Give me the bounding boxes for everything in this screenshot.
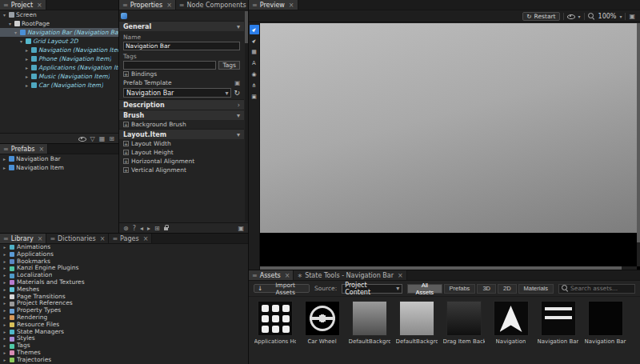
background-brush-row[interactable]: + Background Brush bbox=[119, 120, 244, 129]
library-item[interactable]: ▸ Resource Files bbox=[0, 322, 248, 329]
close-icon[interactable]: × bbox=[38, 235, 43, 242]
pin-icon[interactable]: ⊞ bbox=[154, 225, 160, 232]
twisty-icon[interactable]: ▸ bbox=[2, 357, 7, 364]
search-input[interactable] bbox=[570, 285, 632, 292]
tab-preview[interactable]: ≡ Preview × bbox=[249, 0, 298, 10]
filter-button[interactable]: Materials bbox=[518, 284, 554, 294]
library-tab[interactable]: ≡ Dictionaries × bbox=[46, 234, 109, 243]
layout-prop-row[interactable]: + Layout Width bbox=[119, 139, 244, 148]
close-icon[interactable]: × bbox=[398, 272, 403, 279]
add-property-icon[interactable]: + bbox=[123, 167, 129, 173]
help-icon[interactable]: ? bbox=[133, 225, 136, 232]
library-item[interactable]: ▸ Applications bbox=[0, 251, 248, 258]
section-general[interactable]: General ▾ bbox=[119, 21, 244, 31]
text-tool[interactable]: A bbox=[250, 58, 259, 68]
library-item[interactable]: ▸ Meshes bbox=[0, 286, 248, 294]
asset-tile[interactable]: Navigation bbox=[491, 301, 530, 345]
twisty-icon[interactable]: ▸ bbox=[2, 300, 7, 307]
asset-tile[interactable]: DefaultBackgrou... bbox=[397, 301, 436, 345]
section-description[interactable]: Description › bbox=[119, 99, 244, 110]
twisty-icon[interactable]: ▸ bbox=[2, 265, 7, 272]
twisty-icon[interactable]: ▸ bbox=[2, 244, 7, 251]
tags-button[interactable]: Tags bbox=[218, 61, 240, 70]
section-layout-item[interactable]: Layout.Item ▾ bbox=[119, 129, 244, 139]
twisty-icon[interactable]: ▸ bbox=[2, 342, 7, 350]
tags-input[interactable] bbox=[123, 61, 216, 70]
twisty-icon[interactable]: ▸ bbox=[2, 272, 7, 279]
close-icon[interactable]: × bbox=[289, 2, 294, 9]
add-property-icon[interactable]: + bbox=[123, 158, 129, 164]
twisty-icon[interactable]: ▸ bbox=[2, 335, 7, 342]
library-item[interactable]: ▸ Property Types bbox=[0, 307, 248, 314]
twisty-icon[interactable]: ▸ bbox=[2, 258, 7, 266]
twisty-icon[interactable]: ▸ bbox=[2, 279, 7, 286]
twisty-icon[interactable]: ▸ bbox=[24, 56, 30, 62]
filter-button[interactable]: Prefabs bbox=[444, 284, 476, 294]
tree-row[interactable]: ▸ Navigation (Navigation Item) bbox=[0, 46, 118, 54]
assets-tab[interactable]: ∗ State Tools - Navigation Bar × bbox=[294, 270, 406, 280]
tree-row[interactable]: ▸ Car (Navigation Item) bbox=[0, 81, 118, 90]
grid-tool[interactable]: ▦ bbox=[250, 47, 259, 57]
open-prefab-icon[interactable]: ▣ bbox=[234, 79, 240, 86]
filter-button[interactable]: 3D bbox=[477, 284, 496, 294]
tree-row[interactable]: ▾ RootPage bbox=[0, 19, 118, 28]
twisty-icon[interactable]: ▾ bbox=[18, 38, 24, 44]
library-tab[interactable]: ≡ Pages × bbox=[109, 234, 152, 243]
import-assets-button[interactable]: ↓ Import Assets bbox=[254, 284, 310, 293]
tree-row[interactable]: ▸ Music (Navigation Item) bbox=[0, 72, 118, 81]
chevron-down-icon[interactable]: ▾ bbox=[619, 14, 622, 19]
back-icon[interactable]: ◂ bbox=[140, 225, 143, 232]
library-item[interactable]: ▸ Page Transitions bbox=[0, 294, 248, 301]
assets-tab[interactable]: ≡ Assets × bbox=[249, 270, 294, 280]
twisty-icon[interactable]: ▸ bbox=[2, 322, 7, 329]
twisty-icon[interactable]: ▸ bbox=[2, 329, 7, 336]
layout-prop-row[interactable]: + Vertical Alignment bbox=[119, 166, 244, 174]
library-item[interactable]: ▸ Project References bbox=[0, 300, 248, 307]
twisty-icon[interactable]: ▸ bbox=[2, 350, 7, 357]
twisty-icon[interactable]: ▸ bbox=[24, 65, 30, 70]
twisty-icon[interactable]: ▾ bbox=[2, 12, 7, 18]
scrollbar-thumb[interactable] bbox=[637, 23, 640, 242]
visibility-tool[interactable]: ◉ bbox=[250, 70, 259, 79]
library-item[interactable]: ▸ Bookmarks bbox=[0, 258, 248, 266]
select-tool[interactable]: ► bbox=[250, 25, 259, 34]
zoom-icon[interactable] bbox=[588, 13, 595, 20]
add-property-icon[interactable]: + bbox=[123, 141, 129, 146]
twisty-icon[interactable]: ▸ bbox=[24, 74, 30, 79]
twisty-icon[interactable]: ▸ bbox=[24, 47, 30, 53]
pan-tool[interactable]: ► bbox=[250, 36, 259, 46]
close-icon[interactable]: × bbox=[285, 272, 290, 279]
grid-view-icon[interactable]: ▦ bbox=[99, 135, 106, 142]
filter-button[interactable]: All Assets bbox=[407, 284, 442, 294]
library-item[interactable]: ▸ State Managers bbox=[0, 329, 248, 336]
asset-tile[interactable]: DefaultBackgrou... bbox=[350, 301, 389, 345]
section-brush[interactable]: Brush ▾ bbox=[119, 110, 244, 120]
tab-prefabs[interactable]: ≡ Prefabs × bbox=[0, 144, 48, 154]
twisty-icon[interactable]: ▾ bbox=[7, 21, 13, 26]
twisty-icon[interactable]: ▸ bbox=[2, 156, 7, 162]
twisty-icon[interactable]: ▸ bbox=[2, 165, 7, 170]
close-icon[interactable]: × bbox=[38, 146, 44, 153]
prefab-row[interactable]: ▸ Navigation Item bbox=[0, 163, 118, 172]
filter-button[interactable]: 2D bbox=[498, 284, 517, 294]
library-item[interactable]: ▸ Localization bbox=[0, 272, 248, 279]
twisty-icon[interactable]: ▸ bbox=[2, 294, 7, 301]
scrollbar-thumb[interactable] bbox=[260, 266, 622, 270]
dock-icon[interactable]: ▣ bbox=[238, 225, 244, 232]
properties-tab[interactable]: ≡ Properties × bbox=[119, 0, 176, 10]
asset-tile[interactable]: Navigation Bar bbox=[538, 301, 578, 345]
add-property-icon[interactable]: + bbox=[123, 150, 129, 155]
twisty-icon[interactable]: ▸ bbox=[24, 82, 30, 88]
preview-visibility-icon[interactable] bbox=[567, 13, 575, 20]
twisty-icon[interactable]: ▸ bbox=[2, 314, 7, 322]
asset-tile[interactable]: Drag Item Backg... bbox=[444, 301, 483, 345]
layout-prop-row[interactable]: + Layout Height bbox=[119, 148, 244, 157]
twisty-icon[interactable]: ▸ bbox=[2, 307, 7, 314]
lock-icon[interactable] bbox=[164, 225, 170, 232]
twisty-icon[interactable]: ▾ bbox=[13, 30, 18, 35]
dock-icon[interactable]: ▣ bbox=[629, 13, 635, 20]
close-icon[interactable]: × bbox=[100, 235, 106, 242]
tree-row[interactable]: ▾ Screen bbox=[0, 10, 118, 19]
filter-icon[interactable]: ▽ bbox=[90, 135, 95, 142]
add-property-icon[interactable]: + bbox=[123, 122, 129, 127]
